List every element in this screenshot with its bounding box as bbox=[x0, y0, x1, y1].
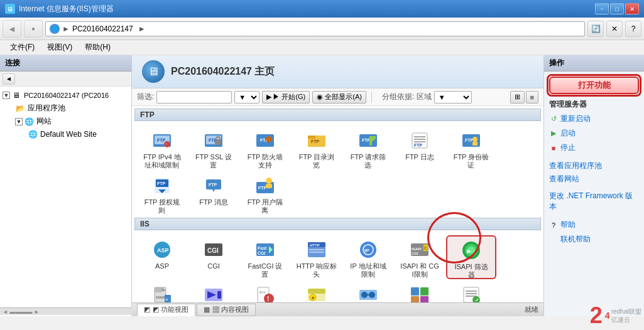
svg-text:FTP: FTP bbox=[465, 138, 474, 142]
icon-iis-handler[interactable]: 处理程序映射 bbox=[188, 280, 239, 302]
sidebar-btn-left[interactable]: ◄ bbox=[3, 73, 15, 85]
show-all-btn[interactable]: ◉ 全部显示(A) bbox=[312, 91, 366, 104]
list-btn[interactable]: ≡ bbox=[526, 91, 538, 104]
tree-item-website[interactable]: ▼ 🌐 网站 bbox=[0, 115, 131, 128]
icon-iis-isapi-cgi[interactable]: ISAPI CGI C ISAPI 和 CGI限制 bbox=[395, 235, 445, 279]
ftp-filter-icon: FTP bbox=[358, 130, 378, 151]
ftp-msg-icon: FTP bbox=[204, 176, 224, 196]
restart-icon: ↺ bbox=[549, 115, 558, 124]
stop-action[interactable]: ■ 停止 bbox=[549, 141, 639, 154]
expand-icon-server[interactable]: ▼ bbox=[3, 92, 10, 99]
filter-bar: 筛选: ▼ ▶ ▶ 开始(G) ◉ 全部显示(A) 分组依据: 区域 ▼ ⊞ ≡ bbox=[132, 88, 543, 106]
icon-ftp-log[interactable]: FTP FTP 日志 bbox=[395, 126, 445, 170]
icon-ftp-firewall[interactable]: FTP FTP 防火墙支持 bbox=[240, 126, 290, 170]
watermark: 2 4 redhat联盟 亿速云 bbox=[590, 302, 641, 329]
sidebar-tree: ▼ 🖥 PC201604022147 (PC2016 📂 应用程序池 ▼ 🌐 网… bbox=[0, 87, 131, 316]
change-dotnet-link[interactable]: 更改 .NET Framework 版本 bbox=[549, 189, 639, 213]
ftp-filter-label: FTP 请求筛选 bbox=[351, 153, 386, 169]
sidebar-scrollbar[interactable]: ◄ ▬▬▬▬ ► bbox=[0, 307, 131, 315]
restart-action[interactable]: ↺ 重新启动 bbox=[549, 112, 639, 125]
icon-iis-asp[interactable]: ASP ASP bbox=[137, 235, 187, 279]
icon-iis-error[interactable]: ! 404 错误页 bbox=[240, 280, 290, 302]
svg-rect-85 bbox=[411, 287, 419, 295]
watermark-redhat: redhat联盟 bbox=[611, 307, 641, 316]
iis-section-header: IIS bbox=[134, 218, 541, 230]
icon-iis-ip[interactable]: IP IP 地址和域限制 bbox=[343, 235, 393, 279]
start-action[interactable]: ▶ 启动 bbox=[549, 127, 639, 140]
ftp-dir-icon: FTP bbox=[307, 130, 327, 151]
svg-text:≡: ≡ bbox=[165, 297, 168, 302]
icon-ftp-rule[interactable]: FTP FTP 授权规则 bbox=[137, 171, 187, 215]
ftp-auth-icon: FTP bbox=[461, 130, 481, 151]
apppool-label: 应用程序池 bbox=[28, 103, 65, 114]
stop-button[interactable]: ✕ bbox=[606, 21, 623, 37]
status-text: 就绪 bbox=[525, 305, 538, 314]
back-button[interactable]: ◄ bbox=[3, 20, 21, 38]
ftp-firewall-label: FTP 防火墙支持 bbox=[248, 153, 283, 169]
server-label: PC201604022147 (PC2016 bbox=[24, 92, 109, 99]
filter-input[interactable] bbox=[156, 91, 232, 104]
expand-icon-website[interactable]: ▼ bbox=[15, 118, 23, 125]
tree-item-defaultsite[interactable]: 🌐 Default Web Site bbox=[0, 128, 131, 141]
icon-iis-cgi[interactable]: CGI CGI bbox=[188, 235, 239, 279]
icon-iis-default-doc[interactable]: ✓ 默认文档 bbox=[446, 280, 496, 302]
icon-ftp-user[interactable]: FTP FTP 用户隔离 bbox=[240, 171, 290, 215]
icon-ftp-ipv4[interactable]: FTP ! FTP IPv4 地址和域限制 bbox=[137, 126, 187, 170]
icon-iis-isapi-filter[interactable]: ▶ ISAPI 筛选器 bbox=[446, 235, 496, 279]
connect-help-link[interactable]: 联机帮助 bbox=[549, 233, 639, 246]
icon-ftp-filter[interactable]: FTP FTP 请求筛选 bbox=[343, 126, 393, 170]
icon-ftp-msg[interactable]: FTP FTP 消息 bbox=[188, 171, 239, 215]
view-btn[interactable]: ⊞ bbox=[510, 91, 525, 104]
icon-ftp-ssl[interactable]: FTP FTP SSL 设置 bbox=[188, 126, 239, 170]
icon-iis-module[interactable]: 模块 bbox=[395, 280, 445, 302]
forward-button[interactable]: ● bbox=[24, 20, 43, 38]
iis-http-header-label: HTTP 响应标头 bbox=[297, 262, 337, 279]
icon-ftp-auth[interactable]: FTP FTP 身份验证 bbox=[446, 126, 496, 170]
close-button[interactable]: ✕ bbox=[625, 3, 639, 14]
icon-iis-cert[interactable]: ★ 服务器证书 bbox=[292, 280, 342, 302]
start-btn[interactable]: ▶ ▶ 开始(G) bbox=[262, 91, 310, 104]
icon-iis-fastcgi[interactable]: Fast CGI FastCGI 设置 bbox=[240, 235, 290, 279]
restart-link[interactable]: 重新启动 bbox=[560, 112, 591, 125]
status-tabs: ◩ ◩ 功能视图 ▦ ▦ 内容视图 bbox=[137, 304, 256, 316]
icons-scroll-area[interactable]: FTP FTP ! FTP IPv bbox=[132, 106, 543, 302]
ftp-log-icon: FTP bbox=[410, 130, 430, 151]
ftp-ipv4-label: FTP IPv4 地址和域限制 bbox=[143, 153, 181, 169]
icon-ftp-dir[interactable]: FTP FTP 目录浏览 bbox=[292, 126, 342, 170]
iis-error-icon: ! 404 bbox=[255, 285, 275, 302]
filter-dropdown[interactable]: ▼ bbox=[234, 91, 259, 104]
stop-link[interactable]: 停止 bbox=[560, 141, 576, 154]
menu-bar: 文件(F) 视图(V) 帮助(H) bbox=[0, 40, 644, 55]
ftp-log-label: FTP 日志 bbox=[405, 153, 434, 161]
svg-text:FTP: FTP bbox=[209, 183, 217, 187]
help-action: ? 帮助 bbox=[549, 218, 639, 232]
open-func-button[interactable]: 打开功能 bbox=[549, 77, 639, 94]
main-container: 连接 ◄ ▼ 🖥 PC201604022147 (PC2016 📂 应用程序池 bbox=[0, 55, 644, 316]
icon-iis-http-header[interactable]: HTTP HTTP 响应标头 bbox=[292, 235, 342, 279]
start-link[interactable]: 启动 bbox=[560, 127, 576, 140]
menu-file[interactable]: 文件(F) bbox=[5, 41, 40, 54]
menu-view[interactable]: 视图(V) bbox=[42, 41, 77, 54]
group-dropdown[interactable]: ▼ bbox=[434, 91, 472, 104]
icon-iis-mime[interactable]: MIME ≡ MIME 类型 bbox=[137, 280, 187, 302]
ftp-firewall-icon: FTP bbox=[255, 130, 275, 151]
svg-point-26 bbox=[472, 137, 478, 142]
filter-separator bbox=[371, 92, 372, 103]
help-link[interactable]: 帮助 bbox=[560, 218, 576, 232]
icon-iis-process[interactable]: 工作进程 bbox=[343, 280, 393, 302]
restore-button[interactable]: □ bbox=[610, 3, 624, 14]
iis-process-icon bbox=[358, 285, 378, 302]
tab-feature-view[interactable]: ◩ ◩ 功能视图 bbox=[137, 304, 195, 316]
tab-content-view[interactable]: ▦ ▦ 内容视图 bbox=[197, 304, 256, 316]
iis-fastcgi-label: FastCGI 设置 bbox=[248, 262, 282, 279]
tree-item-server[interactable]: ▼ 🖥 PC201604022147 (PC2016 bbox=[0, 89, 131, 102]
tree-item-apppool[interactable]: 📂 应用程序池 bbox=[0, 102, 131, 115]
view-apppool-link[interactable]: 查看应用程序池 bbox=[549, 159, 639, 173]
menu-help[interactable]: 帮助(H) bbox=[80, 41, 116, 54]
minimize-button[interactable]: － bbox=[595, 3, 609, 14]
iis-asp-icon: ASP bbox=[152, 240, 172, 260]
help-button[interactable]: ? bbox=[625, 21, 641, 37]
svg-text:Fast: Fast bbox=[258, 246, 267, 250]
view-website-link[interactable]: 查看网站 bbox=[549, 173, 639, 186]
refresh-button[interactable]: 🔄 bbox=[587, 21, 604, 37]
